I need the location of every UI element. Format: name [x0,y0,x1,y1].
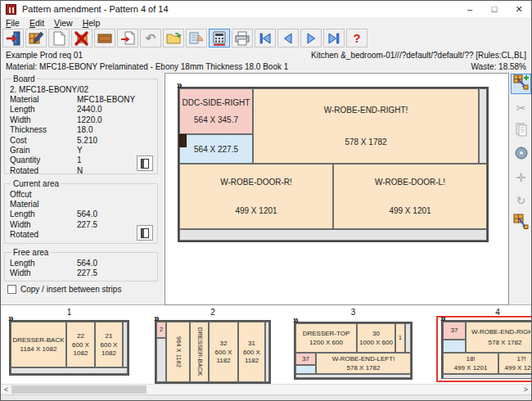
board-group-legend: Board [11,74,37,83]
scroll-left-arrow[interactable]: < [1,385,11,394]
current-rotated-label: Rotated [10,230,77,239]
board-button[interactable] [94,29,115,47]
minimize-button[interactable]: – [458,1,482,17]
menu-edit[interactable]: Edit [25,18,49,28]
close-button[interactable]: ✕ [507,1,531,17]
board-length-value: 2440.0 [77,105,152,114]
scrollbar-thumb[interactable] [11,385,147,394]
rotate-part-button[interactable]: ↻ [511,190,531,210]
title-bar: Pattern amendment - Pattern 4 of 14 – □ … [1,1,531,17]
add-part-button[interactable] [511,74,531,94]
current-length-value: 564.0 [77,210,152,219]
saw-blade-icon [514,146,529,163]
calculator-button[interactable] [209,29,230,47]
thumbnail-pattern-3[interactable]: » DRESSER-TOP 1200 X 600 30 1000 X 600 1… [294,322,413,380]
delete-pattern-button[interactable] [71,29,92,47]
sheet-icon [141,159,149,169]
app-icon [6,4,16,15]
maximize-button[interactable]: □ [482,1,507,17]
thumbnail-pattern-4-selection: » 37 W-ROBE-END-RIGHT! 578 X 1782 18! 49… [436,316,532,382]
copy-pattern-icon [119,30,136,47]
free-width-value: 227.5 [77,268,152,277]
current-width-label: Width [10,220,77,229]
help-button[interactable]: ? [346,29,367,47]
pattern-board: » DDC-SIDE-RIGHT 564 X 345.7 564 X 227.5… [178,87,489,242]
part-name: 37 [451,327,458,334]
board-material-value: MFC18-EBONY [77,95,152,104]
window-title: Pattern amendment - Pattern 4 of 14 [22,4,169,14]
board-grain-label: Grain [10,146,77,155]
new-pattern-icon [51,30,67,47]
current-offcut-label: Offcut [10,190,77,199]
thumbnail-pattern-2[interactable]: » 2 964 X 1182 DRESSER-BACK 32 600 X 118… [155,320,271,384]
board-quantity-label: Quantity [10,155,77,164]
edit-pattern-button[interactable] [25,29,47,47]
cut-strip-button[interactable]: ✂ [511,97,531,118]
remove-part-button[interactable] [511,213,531,233]
print-button[interactable] [232,29,253,47]
info-bar: Example Prod req 01 Material: MFC18-EBON… [1,48,531,73]
part-w-robe-door-r[interactable]: W-ROBE-DOOR-R! 499 X 1201 [179,164,333,229]
saw-button[interactable] [511,144,531,164]
thumbnail-scrollbar[interactable]: < > [1,384,531,394]
menu-file[interactable]: File [1,18,25,28]
undo-icon: ↶ [146,32,156,44]
current-sheet-button[interactable] [137,225,153,241]
pattern-canvas[interactable]: » DDC-SIDE-RIGHT 564 X 345.7 564 X 227.5… [165,73,509,305]
part-dims: 600 X 1182 [241,349,263,363]
strip-marker: » [154,313,160,324]
review-runs-button[interactable] [186,29,207,47]
next-pattern-button[interactable] [300,29,322,47]
waste-text: Waste: 18.58% [311,62,526,71]
strip-marker: » [293,314,299,326]
move-icon: ✛ [516,171,526,184]
part-w-robe-end-right[interactable]: W-ROBE-END-RIGHT! 578 X 1782 [253,88,479,164]
help-icon: ? [353,32,360,44]
part-name: W-ROBE-DOOR-L! [375,178,445,187]
part-dims: 964 X 1182 [174,336,182,367]
board-icon [97,30,113,47]
part-dims: 600 X 1082 [98,341,119,356]
board-cost-value: 5.210 [77,136,152,145]
part-w-robe-door-l[interactable]: W-ROBE-DOOR-L! 499 X 1201 [333,164,487,229]
free-length-label: Length [10,259,77,268]
waste-strip-bottom[interactable] [179,229,487,241]
thumbnail-pattern-4[interactable]: » 37 W-ROBE-END-RIGHT! 578 X 1782 18! 49… [441,320,532,379]
calculator-icon [211,30,228,47]
prod-req-text: Example Prod req 01 [6,51,288,60]
board-selection: 2. MFC18-EBONY/02 [10,85,88,94]
current-area-group: Current area Offcut Material Length564.0… [4,179,158,244]
open-button[interactable] [163,29,184,47]
part-name: DDC-SIDE-RIGHT [183,98,250,107]
board-sheet-button[interactable] [137,155,153,171]
scroll-right-arrow[interactable]: > [521,385,531,394]
part-name: 21 [106,332,113,340]
part-dims: 499 X 1201 [389,206,431,215]
move-part-button[interactable]: ✛ [511,167,531,187]
menu-help[interactable]: Help [78,18,106,28]
part-ddc-side-right[interactable]: DDC-SIDE-RIGHT 564 X 345.7 [179,88,253,134]
add-part-icon [513,74,530,93]
main-area: Board 2. MFC18-EBONY/02 MaterialMFC18-EB… [1,73,531,305]
first-pattern-button[interactable] [255,29,276,47]
thumbnail-pattern-1[interactable]: » DRESSER-BACK 1164 X 1082 22 600 X 1082… [9,320,129,376]
next-pattern-icon [303,30,319,47]
part-dims: 600 X 1182 [213,349,234,363]
current-length-label: Length [10,210,77,219]
new-pattern-button[interactable] [48,29,70,47]
copy-insert-checkbox[interactable] [7,285,16,294]
paste-strip-button[interactable] [511,120,531,141]
part-name: 32 [220,340,228,347]
app-window: Pattern amendment - Pattern 4 of 14 – □ … [0,0,532,401]
part-dims: 1164 X 1082 [20,345,57,353]
waste-strip-right[interactable] [479,88,487,164]
board-cost-label: Cost [10,136,77,145]
last-pattern-button[interactable] [323,29,345,47]
copy-pattern-button[interactable] [117,29,138,47]
previous-pattern-button[interactable] [277,29,299,47]
offcut-piece[interactable]: 564 X 227.5 [179,134,253,164]
exit-button[interactable] [2,29,24,47]
menu-view[interactable]: View [49,18,78,28]
undo-button[interactable]: ↶ [140,29,161,47]
free-area-group: Free area Length564.0 Width227.5 [4,248,158,282]
